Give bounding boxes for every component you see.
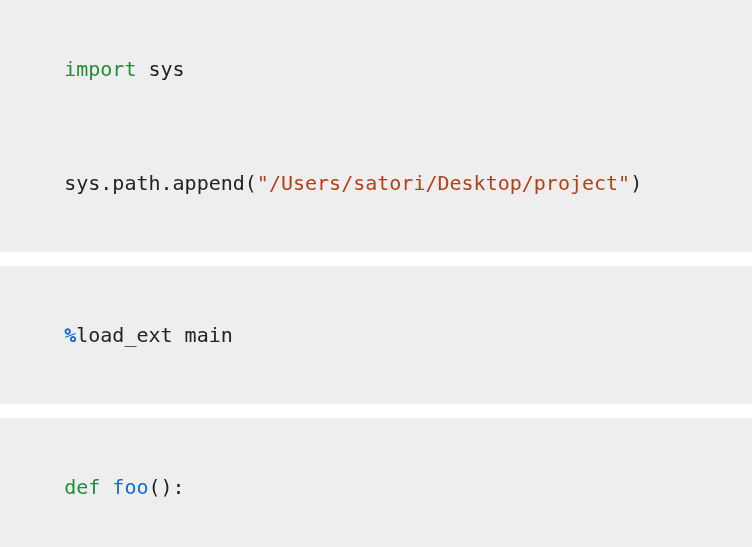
code-cell[interactable]: import sys sys.path.append("/Users/sator… [0, 0, 752, 252]
code-cell[interactable]: def foo(): for i in range(10000): for j … [0, 418, 752, 547]
paren: (): [148, 475, 184, 499]
function-name: foo [112, 475, 148, 499]
code-cell[interactable]: %load_ext main [0, 266, 752, 404]
code-line: def foo(): [16, 430, 736, 544]
code-line: %load_ext main [16, 278, 736, 392]
identifier: sys [64, 171, 100, 195]
code-line: import sys [16, 12, 736, 126]
code-line: sys.path.append("/Users/satori/Desktop/p… [16, 126, 736, 240]
dot: . [100, 171, 112, 195]
magic-percent: % [64, 323, 76, 347]
dot: . [161, 171, 173, 195]
attr: path [112, 171, 160, 195]
magic-command: load_ext main [76, 323, 233, 347]
paren-close: ) [630, 171, 642, 195]
attr: append [173, 171, 245, 195]
space [100, 475, 112, 499]
string-literal: "/Users/satori/Desktop/project" [257, 171, 630, 195]
paren-open: ( [245, 171, 257, 195]
keyword-import: import [64, 57, 136, 81]
token: sys [136, 57, 184, 81]
keyword-def: def [64, 475, 100, 499]
